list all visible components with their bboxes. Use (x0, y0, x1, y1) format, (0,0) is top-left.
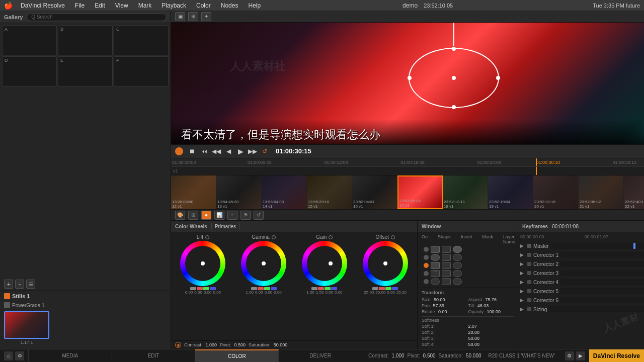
pivot-value[interactable]: 0.500 (234, 342, 246, 347)
transform-tilt-val[interactable]: 46.03 (477, 303, 489, 308)
kf-c3-expand[interactable]: ▶ (520, 270, 525, 276)
gallery-thumb-f[interactable]: F (114, 56, 169, 86)
ws-row1-shape[interactable] (431, 246, 440, 253)
transform-opacity-val[interactable]: 100.00 (487, 309, 501, 314)
menu-nodes[interactable]: Nodes (219, 2, 240, 9)
ws-row3-invert[interactable] (442, 262, 451, 269)
transform-pan-val[interactable]: 57.39 (433, 303, 445, 308)
soft2-val[interactable]: 20.00 (468, 330, 514, 335)
remove-button[interactable]: - (15, 280, 24, 289)
cp-scope-btn[interactable]: 📊 (214, 211, 224, 220)
menu-help[interactable]: Help (246, 2, 263, 9)
pivot-bottom-val[interactable]: 0.500 (423, 353, 436, 358)
gallery-thumb-b[interactable]: B (58, 25, 113, 55)
thumb-18[interactable]: 23:52:13:1118 v1 (443, 175, 488, 209)
cp-refresh-btn[interactable]: ↺ (254, 211, 264, 220)
color-mode-btn[interactable] (175, 147, 183, 155)
menu-playback[interactable]: Playback (159, 2, 188, 9)
kf-c1-expand[interactable]: ▶ (520, 252, 525, 257)
cw-gain-wheel[interactable] (302, 241, 347, 286)
kf-c5-expand[interactable]: ▶ (520, 289, 525, 294)
rewind-btn[interactable]: ◀◀ (211, 146, 221, 156)
kf-sizing-expand[interactable]: ▶ (520, 307, 525, 312)
sat-value[interactable]: 50.000 (274, 342, 288, 347)
ws-row2-invert[interactable] (442, 254, 451, 261)
bottom-icon1[interactable]: ⚙ (565, 351, 574, 360)
ws-row2-shape[interactable] (431, 254, 440, 261)
kf-c6-expand[interactable]: ▶ (520, 298, 525, 303)
view-wipe-btn[interactable]: ✦ (201, 12, 211, 21)
cw-gamma-wheel[interactable] (241, 241, 286, 286)
loop-btn[interactable]: ↺ (260, 146, 270, 156)
play-btn[interactable]: ▶ (235, 146, 246, 156)
ws-row5-shape[interactable] (431, 278, 440, 285)
ws-row4-invert[interactable] (442, 270, 451, 277)
home-icon[interactable]: ⌂ (4, 351, 13, 360)
ws-row5-invert[interactable] (442, 278, 451, 285)
contrast-value[interactable]: 1.000 (206, 342, 217, 347)
cw-lift-reset[interactable] (205, 235, 209, 239)
ws-row1-on[interactable] (424, 247, 429, 252)
soft1-val[interactable]: 2.07 (468, 324, 514, 329)
bottom-icon2[interactable]: ▶ (576, 351, 585, 360)
soft3-val[interactable]: 50.00 (468, 336, 514, 341)
ws-row1-mask[interactable] (453, 246, 462, 253)
menu-view[interactable]: View (113, 2, 130, 9)
sat-bottom-val[interactable]: 50.000 (466, 353, 481, 358)
ws-row2-mask[interactable] (453, 254, 462, 261)
ws-row4-on[interactable] (424, 271, 429, 276)
cw-lift-wheel[interactable] (180, 241, 225, 286)
ws-row3-mask[interactable] (453, 262, 462, 269)
view-single-btn[interactable]: ▣ (175, 12, 185, 21)
prev-frame-btn[interactable]: ⏮ (199, 146, 209, 156)
thumb-22[interactable]: 23:52:40:1722 v1 (624, 175, 644, 209)
thumb-15[interactable]: 13:55:29:1015 v1 (307, 175, 352, 209)
ws-row5-on[interactable] (424, 279, 429, 284)
ws-row4-mask[interactable] (453, 270, 462, 277)
cw-offset-wheel[interactable] (363, 241, 408, 286)
ws-row3-on[interactable] (424, 263, 429, 268)
kf-c4-expand[interactable]: ▶ (520, 280, 525, 285)
kf-c2-expand[interactable]: ▶ (520, 261, 525, 266)
thumb-20[interactable]: 23:52:21:1620 v1 (533, 175, 579, 209)
cw-lock-icon[interactable]: ◉ (175, 342, 181, 348)
stills-label[interactable]: Stills 1 (12, 293, 30, 299)
menu-icon[interactable]: ☰ (26, 280, 35, 289)
menu-color[interactable]: Color (194, 2, 213, 9)
gallery-thumb-d[interactable]: D (2, 56, 57, 86)
cp-gallery-btn[interactable]: 🎨 (175, 211, 185, 220)
thumb-16[interactable]: 23:52:04:0116 v1 (352, 175, 397, 209)
transform-rotate-val[interactable]: 0.00 (438, 309, 447, 314)
cp-nodes-btn[interactable]: ⊞ (188, 211, 198, 220)
cw-mode[interactable]: Primaries (211, 223, 239, 230)
thumb-17[interactable]: 23:52:09:0217 v1 (397, 175, 443, 209)
thumb-12[interactable]: 13:20:03:0012 v1 (171, 175, 216, 209)
thumb-19[interactable]: 23:52:18:0419 v1 (488, 175, 533, 209)
gallery-thumb-c[interactable]: C (114, 25, 169, 55)
gallery-thumb-e[interactable]: E (58, 56, 113, 86)
settings-icon[interactable]: ⚙ (15, 351, 24, 360)
ws-row2-on[interactable] (424, 255, 429, 260)
menu-file[interactable]: File (73, 2, 87, 9)
ws-row3-shape[interactable] (431, 262, 440, 269)
transform-size-val[interactable]: 50.00 (434, 297, 445, 302)
contrast-bottom-val[interactable]: 1.000 (392, 353, 405, 358)
stop-btn[interactable]: ⏹ (187, 146, 197, 156)
nav-deliver[interactable]: DELIVER (279, 349, 362, 362)
cp-timeline-btn[interactable]: ≡ (227, 211, 237, 220)
cp-flag-btn[interactable]: ⚑ (240, 211, 251, 220)
soft4-val[interactable]: 50.00 (468, 342, 514, 347)
cw-gamma-reset[interactable] (272, 235, 276, 239)
nav-media[interactable]: MEDIA (29, 349, 112, 362)
cw-gain-reset[interactable] (329, 235, 333, 239)
ws-row4-shape[interactable]: ⌒ (431, 270, 440, 277)
still-thumbnail[interactable] (4, 311, 49, 339)
cp-active-btn[interactable]: ● (201, 211, 211, 220)
thumb-14[interactable]: 13:55:04:0314 v1 (262, 175, 307, 209)
view-quad-btn[interactable]: ⊞ (188, 12, 198, 21)
gallery-thumb-a[interactable]: A (2, 25, 57, 55)
menu-edit[interactable]: Edit (93, 2, 107, 9)
nav-edit[interactable]: EDIT (112, 349, 196, 362)
prev-btn[interactable]: ◀ (223, 146, 233, 156)
menu-mark[interactable]: Mark (136, 2, 154, 9)
